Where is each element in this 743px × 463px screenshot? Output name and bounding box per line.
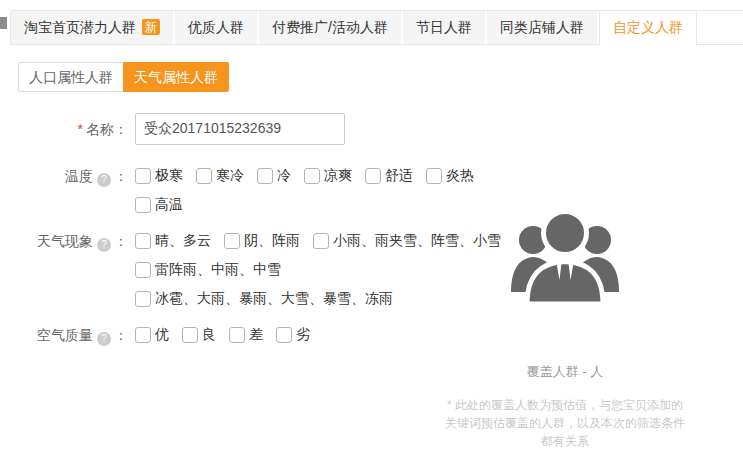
coverage-summary-panel: 覆盖人群 - 人 * 此处的覆盖人数为预估值，与您宝贝添加的 关键词预估覆盖的人… <box>440 200 690 450</box>
checkbox-air-poor[interactable]: 差 <box>229 326 263 344</box>
tab-paid-promo-activity-audience[interactable]: 付费推广/活动人群 <box>259 11 403 44</box>
tab-label: 优质人群 <box>188 19 244 35</box>
checkbox-input[interactable] <box>224 233 240 249</box>
checkbox-input[interactable] <box>135 197 151 213</box>
new-badge: 新 <box>142 19 160 35</box>
checkbox-input[interactable] <box>135 262 151 278</box>
help-icon[interactable]: ? <box>97 332 111 346</box>
note-line: 都有关系 <box>440 432 690 450</box>
checkbox-input[interactable] <box>313 233 329 249</box>
coverage-note: * 此处的覆盖人数为预估值，与您宝贝添加的 关键词预估覆盖的人群，以及本次的筛选… <box>440 396 690 450</box>
checkbox-input[interactable] <box>426 168 442 184</box>
coverage-caption: 覆盖人群 - 人 <box>440 363 690 381</box>
checkbox-thunderstorm-moderate-rain-snow[interactable]: 雷阵雨、中雨、中雪 <box>135 261 281 279</box>
tab-custom-audience[interactable]: 自定义人群 <box>599 11 697 45</box>
checkbox-chilly[interactable]: 冷 <box>257 167 291 185</box>
checkbox-input[interactable] <box>257 168 273 184</box>
checkbox-cold[interactable]: 寒冷 <box>196 167 244 185</box>
temperature-row-1: 极寒 寒冷 冷 凉爽 舒适 炎热 <box>135 167 487 185</box>
custom-audience-subtabs: 人口属性人群 天气属性人群 <box>18 62 229 92</box>
checkbox-frigid[interactable]: 极寒 <box>135 167 183 185</box>
note-line: 关键词预估覆盖的人群，以及本次的筛选条件 <box>440 414 690 432</box>
checkbox-comfortable[interactable]: 舒适 <box>365 167 413 185</box>
temperature-group: 温度?： 极寒 寒冷 冷 凉爽 舒适 炎热 高温 <box>0 167 470 214</box>
checkbox-input[interactable] <box>365 168 381 184</box>
checkbox-input[interactable] <box>196 168 212 184</box>
checkbox-hot[interactable]: 炎热 <box>426 167 474 185</box>
tab-taobao-homepage-potential[interactable]: 淘宝首页潜力人群新 <box>10 11 175 44</box>
checkbox-cool[interactable]: 凉爽 <box>304 167 352 185</box>
help-icon[interactable]: ? <box>97 173 111 187</box>
checkbox-air-bad[interactable]: 劣 <box>276 326 310 344</box>
temperature-row-2: 高温 <box>135 196 487 214</box>
tab-label: 同类店铺人群 <box>500 19 584 35</box>
checkbox-input[interactable] <box>229 327 245 343</box>
checkbox-input[interactable] <box>276 327 292 343</box>
checkbox-input[interactable] <box>182 327 198 343</box>
checkbox-input[interactable] <box>135 327 151 343</box>
checkbox-input[interactable] <box>135 168 151 184</box>
weather-audience-form: *名称： 温度?： 极寒 寒冷 冷 凉爽 舒适 炎热 高温 天气现象?： 晴、多… <box>0 113 470 364</box>
temperature-label: 温度?： <box>0 167 135 214</box>
name-input[interactable] <box>135 113 345 145</box>
checkbox-high-temperature[interactable]: 高温 <box>135 196 183 214</box>
air-quality-row-1: 优 良 差 劣 <box>135 326 470 344</box>
required-asterisk: * <box>78 121 83 137</box>
checkbox-sunny-cloudy[interactable]: 晴、多云 <box>135 232 211 250</box>
weather-phenomena-group: 天气现象?： 晴、多云 阴、阵雨 小雨、雨夹雪、阵雪、小雪 雷阵雨、中雨、中雪 … <box>0 232 470 308</box>
checkbox-input[interactable] <box>135 233 151 249</box>
tab-label: 自定义人群 <box>613 19 683 35</box>
tab-similar-shop-audience[interactable]: 同类店铺人群 <box>487 11 599 44</box>
help-icon[interactable]: ? <box>97 238 111 252</box>
air-quality-group: 空气质量?： 优 良 差 劣 <box>0 326 470 346</box>
checkbox-air-good[interactable]: 良 <box>182 326 216 344</box>
note-line: * 此处的覆盖人数为预估值，与您宝贝添加的 <box>440 396 690 414</box>
tab-festival-audience[interactable]: 节日人群 <box>403 11 487 44</box>
air-quality-label: 空气质量?： <box>0 326 135 346</box>
checkbox-air-excellent[interactable]: 优 <box>135 326 169 344</box>
weather-phenomena-label: 天气现象?： <box>0 232 135 308</box>
subtab-demographic-audience[interactable]: 人口属性人群 <box>18 62 124 92</box>
name-label: *名称： <box>0 113 135 145</box>
checkbox-input[interactable] <box>135 291 151 307</box>
audience-tabbar: 淘宝首页潜力人群新 优质人群 付费推广/活动人群 节日人群 同类店铺人群 自定义… <box>10 10 743 45</box>
subtab-weather-audience[interactable]: 天气属性人群 <box>123 62 229 92</box>
tab-label: 节日人群 <box>416 19 472 35</box>
tab-label: 淘宝首页潜力人群 <box>24 19 136 35</box>
checkbox-hail-heavy-rain-blizzard-freezing-rain[interactable]: 冰雹、大雨、暴雨、大雪、暴雪、冻雨 <box>135 290 393 308</box>
checkbox-input[interactable] <box>304 168 320 184</box>
tab-quality-audience[interactable]: 优质人群 <box>175 11 259 44</box>
audience-group-icon <box>504 200 626 315</box>
clipped-glyph-fragment <box>0 17 7 29</box>
tab-label: 付费推广/活动人群 <box>272 19 388 35</box>
checkbox-overcast-showers[interactable]: 阴、阵雨 <box>224 232 300 250</box>
name-row: *名称： <box>0 113 470 145</box>
